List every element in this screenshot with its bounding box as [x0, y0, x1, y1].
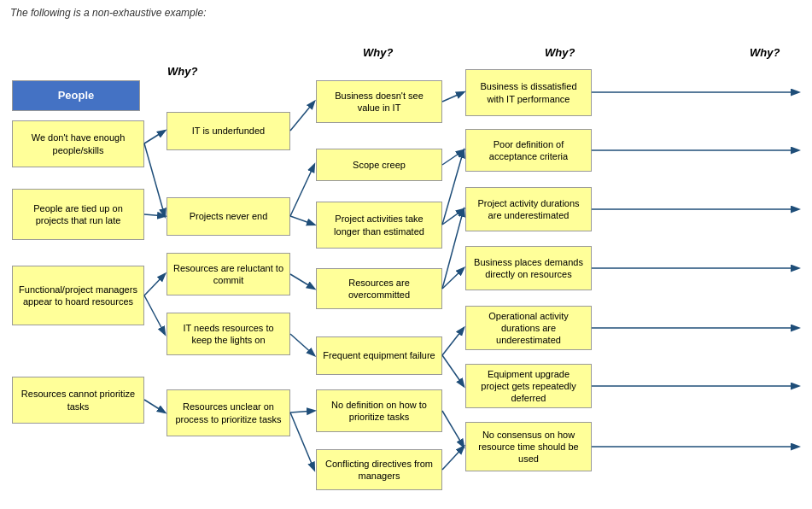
node-3: Functional/project managers appear to ho…	[12, 266, 144, 325]
node-13: Resources are overcommitted	[316, 268, 442, 309]
svg-line-6	[144, 400, 165, 412]
node-8: IT needs resources to keep the lights on	[166, 313, 290, 355]
node-11: Scope creep	[316, 149, 442, 181]
svg-line-5	[144, 295, 165, 334]
why-label-1: Why?	[167, 65, 197, 78]
node-6: Projects never end	[166, 197, 290, 236]
node-16: Conflicting directives from managers	[316, 449, 442, 490]
node-4: Resources cannot prioritize tasks	[12, 377, 144, 424]
node-2: People are tied up on projects that run …	[12, 189, 144, 240]
node-22: Equipment upgrade project gets repeatedl…	[465, 364, 592, 408]
svg-line-3	[144, 214, 165, 216]
node-20: Business places demands directly on reso…	[465, 246, 592, 290]
svg-line-17	[442, 150, 464, 225]
svg-line-16	[442, 209, 464, 225]
svg-line-18	[442, 268, 464, 289]
svg-line-9	[290, 216, 314, 225]
svg-line-2	[144, 143, 165, 216]
why-label-3: Why?	[545, 46, 575, 59]
svg-line-4	[144, 274, 165, 295]
svg-line-8	[290, 165, 314, 216]
node-people: People	[12, 80, 140, 111]
node-7: Resources are reluctant to commit	[166, 253, 290, 295]
svg-line-10	[290, 274, 314, 289]
svg-line-12	[290, 411, 314, 412]
node-5: IT is underfunded	[166, 112, 290, 150]
node-19: Project activity durations are underesti…	[465, 187, 592, 231]
node-12: Project activities take longer than esti…	[316, 202, 442, 249]
node-15: No definition on how to prioritize tasks	[316, 389, 442, 432]
svg-line-11	[290, 334, 314, 355]
node-17: Business is dissatisfied with IT perform…	[465, 69, 592, 116]
why-label-2: Why?	[363, 46, 393, 59]
svg-line-21	[442, 355, 464, 386]
why-label-4: Why?	[750, 46, 780, 59]
svg-line-13	[290, 412, 314, 470]
svg-line-14	[442, 92, 464, 102]
node-23: No consensus on how resource time should…	[465, 422, 592, 471]
node-1: We don't have enough people/skills	[12, 120, 144, 167]
node-14: Frequent equipment failure	[316, 336, 442, 375]
node-10: Business doesn't see value in IT	[316, 80, 442, 123]
node-9: Resources unclear on process to prioriti…	[166, 389, 290, 436]
svg-line-15	[442, 150, 464, 165]
diagram: Why? Why? Why? Why? People We don't have…	[0, 22, 812, 509]
svg-line-22	[442, 411, 464, 447]
svg-line-7	[290, 102, 314, 131]
svg-line-20	[442, 328, 464, 355]
svg-line-1	[144, 131, 165, 143]
node-18: Poor definition of acceptance criteria	[465, 129, 592, 172]
node-21: Operational activity durations are under…	[465, 306, 592, 350]
svg-line-23	[442, 447, 464, 470]
caption: The following is a non-exhaustive exampl…	[0, 0, 812, 22]
svg-line-19	[442, 209, 464, 289]
